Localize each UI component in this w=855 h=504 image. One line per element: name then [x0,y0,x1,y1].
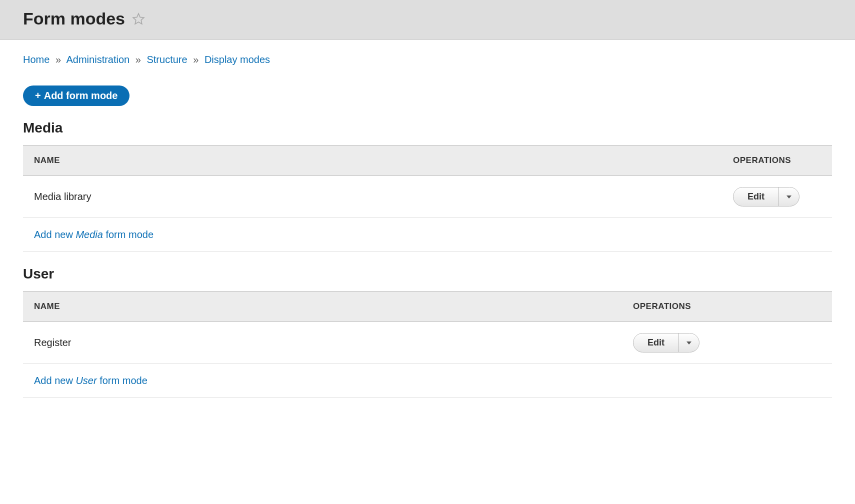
media-table: NAME OPERATIONS Media library Edit [23,145,832,252]
table-row: Register Edit [23,322,832,364]
row-name: Register [23,322,622,364]
dropbutton: Edit [733,187,800,206]
add-new-suffix: form mode [103,229,154,240]
section-title-user: User [23,266,832,282]
breadcrumb: Home » Administration » Structure » Disp… [23,54,832,66]
row-operations: Edit [722,176,832,218]
breadcrumb-sep: » [136,54,141,65]
svg-marker-0 [133,14,144,24]
table-header-row: NAME OPERATIONS [23,146,832,176]
col-operations: OPERATIONS [622,292,832,322]
dropbutton-toggle[interactable] [678,334,699,352]
add-new-media-form-mode-link[interactable]: Add new Media form mode [34,229,154,240]
user-table: NAME OPERATIONS Register Edit [23,291,832,398]
add-new-prefix: Add new [34,375,76,386]
edit-button[interactable]: Edit [634,334,678,352]
breadcrumb-link-administration[interactable]: Administration [66,54,130,65]
col-operations: OPERATIONS [722,146,832,176]
add-form-mode-button[interactable]: + Add form mode [23,86,130,106]
col-name: NAME [23,292,622,322]
breadcrumb-link-home[interactable]: Home [23,54,50,65]
page-title: Form modes [23,9,125,28]
chevron-down-icon [786,194,792,200]
row-operations: Edit [622,322,832,364]
page-header: Form modes [0,0,855,40]
table-row: Media library Edit [23,176,832,218]
svg-marker-2 [686,342,692,344]
table-row-add: Add new Media form mode [23,218,832,252]
edit-button[interactable]: Edit [734,188,778,206]
chevron-down-icon [686,340,692,346]
table-header-row: NAME OPERATIONS [23,292,832,322]
plus-icon: + [35,90,41,102]
add-new-suffix: form mode [97,375,148,386]
svg-marker-1 [786,196,792,198]
add-new-entity: User [76,375,96,386]
section-title-media: Media [23,120,832,136]
add-new-user-form-mode-link[interactable]: Add new User form mode [34,375,148,386]
add-new-entity: Media [76,229,102,240]
breadcrumb-sep: » [193,54,198,65]
breadcrumb-link-display-modes[interactable]: Display modes [204,54,270,65]
add-form-mode-label: Add form mode [44,90,118,102]
add-new-prefix: Add new [34,229,76,240]
content: Home » Administration » Structure » Disp… [0,40,855,416]
page-title-wrap: Form modes [23,9,832,28]
row-name: Media library [23,176,722,218]
breadcrumb-link-structure[interactable]: Structure [146,54,187,65]
table-row-add: Add new User form mode [23,364,832,398]
dropbutton-toggle[interactable] [778,188,799,206]
star-icon[interactable] [132,12,145,26]
dropbutton: Edit [633,333,700,352]
col-name: NAME [23,146,722,176]
breadcrumb-sep: » [56,54,61,65]
